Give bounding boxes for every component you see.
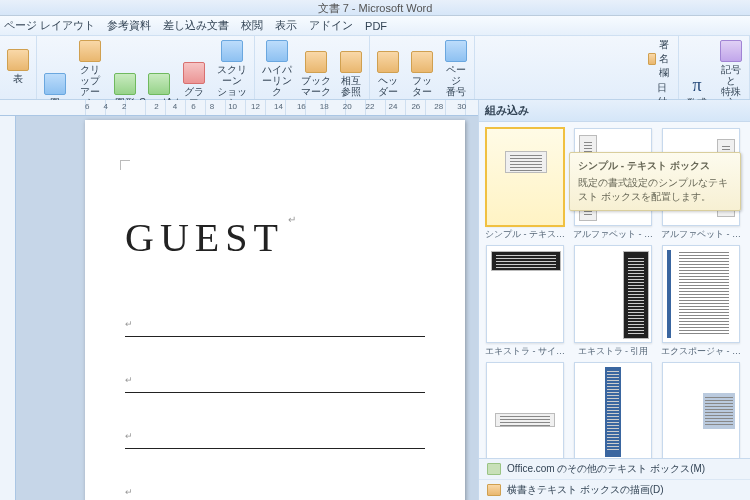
gallery-item-extra-sidebar[interactable]: エキストラ - サイドバー [485, 245, 565, 358]
pagenum-button[interactable]: ページ 番号 [441, 38, 471, 99]
office-icon [487, 463, 501, 475]
ruler-tick: 4 [103, 102, 107, 111]
hyperlink-button[interactable]: ハイパーリンク [258, 38, 295, 99]
ruler-tick: 14 [274, 102, 283, 111]
ruler-vertical[interactable] [0, 116, 16, 500]
menu-addins[interactable]: アドイン [309, 18, 353, 33]
ruler-tick: 20 [343, 102, 352, 111]
gallery-item-extra-quote[interactable]: エキストラ - 引用 [573, 245, 653, 358]
margin-corner-icon [120, 160, 130, 170]
footer-button[interactable]: フッター [407, 49, 437, 99]
header-button[interactable]: ヘッダー [373, 49, 403, 99]
ruler-tick: 16 [297, 102, 306, 111]
gallery-item-austin-excerpt[interactable]: オースティン - 抜粋 [661, 362, 741, 458]
document-page[interactable]: GUEST [85, 120, 465, 500]
ruler-tick: 2 [122, 102, 126, 111]
ruler-tick: 18 [320, 102, 329, 111]
ruler-tick: 2 [154, 102, 158, 111]
ruler-tick: 26 [411, 102, 420, 111]
gallery-item-simple-textbox[interactable]: シンプル - テキスト ボッ… [485, 128, 565, 241]
ruler-tick: 6 [85, 102, 89, 111]
signature-button[interactable]: 署名欄 [648, 38, 675, 80]
ruler-tick: 28 [434, 102, 443, 111]
pi-icon: π [687, 75, 707, 95]
gallery-tooltip: シンプル - テキスト ボックス 既定の書式設定のシンプルなテキスト ボックスを… [569, 152, 741, 211]
gallery-item-austin-sidebar[interactable]: オースティン - サイドバー [573, 362, 653, 458]
menu-page-layout[interactable]: ページ レイアウト [4, 18, 95, 33]
ruler-tick: 4 [173, 102, 177, 111]
gallery-more-office[interactable]: Office.com のその他のテキスト ボックス(M) [479, 459, 750, 480]
ruler-tick: 12 [251, 102, 260, 111]
doc-line[interactable] [125, 477, 425, 500]
ruler-tick: 30 [457, 102, 466, 111]
menu-pdf[interactable]: PDF [365, 20, 387, 32]
menu-review[interactable]: 校閲 [241, 18, 263, 33]
doc-heading[interactable]: GUEST [125, 214, 425, 261]
ruler-tick: 10 [228, 102, 237, 111]
window-title: 文書 7 - Microsoft Word [0, 0, 750, 16]
workspace: 642246810121416182022242628303234 GUEST … [0, 100, 750, 500]
doc-line[interactable] [125, 309, 425, 337]
doc-line[interactable] [125, 421, 425, 449]
ribbon: 表 図 クリップ アート 図形 SmartArt グラフ スクリーン ショット … [0, 36, 750, 100]
textbox-gallery: 組み込み シンプル - テキスト ボックス 既定の書式設定のシンプルなテキスト … [478, 100, 750, 500]
ruler-tick: 22 [366, 102, 375, 111]
gallery-item-exposure-quote[interactable]: エクスポージャ - 引用 [485, 362, 565, 458]
bookmark-button[interactable]: ブックマーク [300, 49, 332, 99]
doc-line[interactable] [125, 365, 425, 393]
menu-references[interactable]: 参考資料 [107, 18, 151, 33]
gallery-item-exposure-sidebar[interactable]: エクスポージャ - サイドバ [661, 245, 741, 358]
ruler-tick: 6 [191, 102, 195, 111]
ruler-tick: 24 [389, 102, 398, 111]
gallery-header: 組み込み [479, 100, 750, 122]
gallery-draw-textbox[interactable]: 横書きテキスト ボックスの描画(D) [479, 480, 750, 500]
ruler-tick: 8 [210, 102, 214, 111]
menubar: ページ レイアウト 参考資料 差し込み文書 校閲 表示 アドイン PDF [0, 16, 750, 36]
table-button[interactable]: 表 [3, 47, 33, 86]
crossref-button[interactable]: 相互参照 [336, 49, 366, 99]
menu-mailings[interactable]: 差し込み文書 [163, 18, 229, 33]
menu-view[interactable]: 表示 [275, 18, 297, 33]
draw-icon [487, 484, 501, 496]
